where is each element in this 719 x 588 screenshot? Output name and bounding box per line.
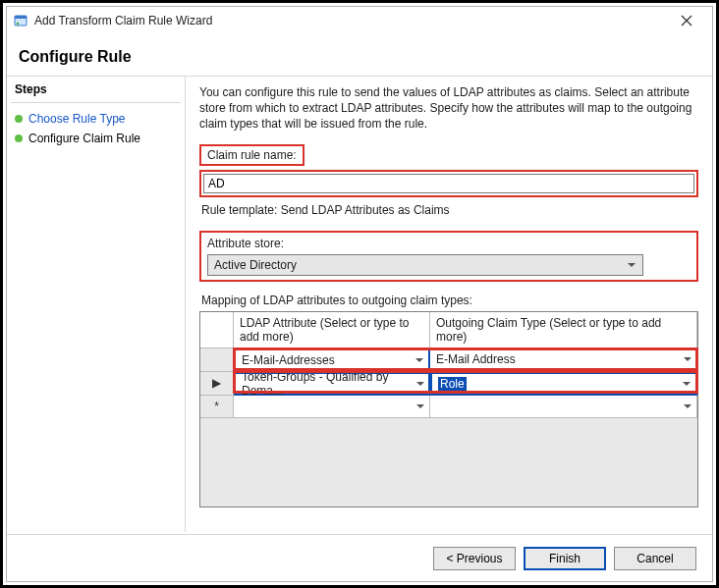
wizard-icon (13, 13, 28, 28)
mapping-grid: LDAP Attribute (Select or type to add mo… (199, 311, 698, 508)
outgoing-claim-cell[interactable] (430, 396, 697, 418)
step-bullet-icon (15, 115, 23, 123)
previous-button[interactable]: < Previous (433, 547, 516, 570)
title-bar: Add Transform Claim Rule Wizard (7, 7, 712, 34)
window-title: Add Transform Claim Rule Wizard (34, 14, 212, 27)
chevron-down-icon (414, 377, 426, 391)
chevron-down-icon (681, 352, 694, 366)
row-marker: * (200, 396, 234, 418)
attribute-store-value: Active Directory (214, 258, 297, 272)
step-bullet-icon (15, 134, 23, 142)
outgoing-claim-cell[interactable]: E-Mail Address (430, 348, 697, 372)
ldap-attribute-cell[interactable] (234, 396, 430, 418)
mapping-label: Mapping of LDAP attributes to outgoing c… (201, 294, 698, 307)
outgoing-claim-cell[interactable]: Role (430, 372, 697, 396)
chevron-down-icon (680, 377, 693, 391)
step-label: Configure Claim Rule (28, 132, 140, 145)
claim-rule-name-label: Claim rule name: (199, 144, 304, 166)
attribute-store-select[interactable]: Active Directory (207, 254, 643, 276)
steps-title: Steps (11, 80, 181, 103)
cancel-button[interactable]: Cancel (614, 547, 696, 570)
svg-rect-1 (15, 16, 27, 19)
chevron-down-icon (414, 400, 427, 413)
attribute-store-label: Attribute store: (207, 237, 691, 250)
button-bar: < Previous Finish Cancel (7, 534, 712, 581)
close-button[interactable] (667, 7, 706, 34)
step-label: Choose Rule Type (28, 112, 126, 126)
grid-footer (200, 418, 697, 507)
steps-panel: Steps Choose Rule Type Configure Claim R… (7, 77, 186, 532)
step-configure-claim-rule[interactable]: Configure Claim Rule (11, 129, 181, 148)
step-choose-rule-type[interactable]: Choose Rule Type (11, 109, 181, 129)
rule-template-text: Rule template: Send LDAP Attributes as C… (201, 203, 698, 217)
description-text: You can configure this rule to send the … (199, 84, 698, 133)
page-title: Configure Rule (7, 34, 712, 77)
chevron-down-icon (625, 258, 638, 272)
ldap-attribute-cell[interactable]: E-Mail-Addresses (234, 348, 430, 372)
chevron-down-icon (413, 353, 426, 367)
row-marker: ▶ (200, 372, 234, 396)
claim-rule-name-input[interactable] (203, 174, 694, 193)
svg-point-2 (17, 23, 19, 25)
finish-button[interactable]: Finish (524, 547, 606, 570)
chevron-down-icon (681, 400, 694, 413)
row-marker (200, 348, 234, 372)
ldap-attribute-cell[interactable]: Token-Groups - Qualified by Doma... (234, 372, 430, 396)
grid-corner (200, 312, 234, 348)
grid-header-claim: Outgoing Claim Type (Select or type to a… (430, 312, 697, 348)
grid-header-ldap: LDAP Attribute (Select or type to add mo… (234, 312, 430, 348)
close-icon (681, 15, 692, 27)
